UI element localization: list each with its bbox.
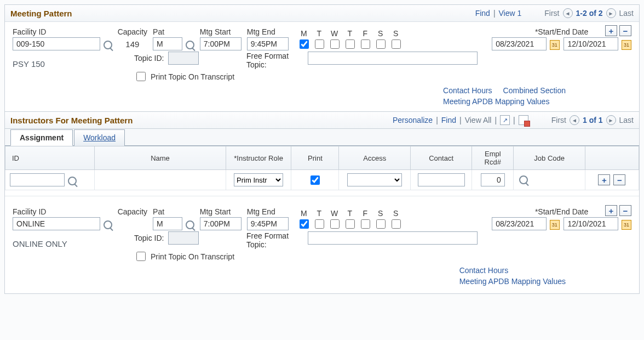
instructor-add-button[interactable]: + — [598, 174, 610, 185]
start-date-calendar-icon[interactable]: 31 — [550, 220, 560, 230]
day-checkbox[interactable] — [376, 219, 386, 229]
pat-lookup-icon[interactable] — [186, 41, 194, 49]
day-label: M — [298, 29, 310, 38]
instructor-contact-input[interactable] — [418, 173, 465, 186]
instructor-id-input[interactable] — [10, 173, 65, 186]
topic-id-label: Topic ID: — [134, 234, 164, 242]
day-checkbox[interactable] — [361, 39, 370, 49]
tab-assignment[interactable]: Assignment — [10, 129, 73, 146]
end-date-calendar-icon[interactable]: 31 — [622, 40, 631, 50]
capacity-value: 149 — [125, 37, 139, 50]
day-checkbox[interactable] — [300, 39, 309, 49]
end-date-input[interactable] — [564, 37, 618, 50]
pat-input[interactable] — [153, 217, 182, 230]
day-label: T — [313, 29, 325, 38]
meeting-apdb-link[interactable]: Meeting APDB Mapping Values — [459, 277, 566, 286]
pat-lookup-icon[interactable] — [186, 220, 194, 229]
mtg-start-label: Mtg Start — [200, 27, 242, 36]
instr-next-button[interactable]: ► — [606, 115, 616, 125]
prev-row-button[interactable]: ◄ — [563, 8, 573, 18]
add-row-button[interactable]: + — [605, 25, 617, 36]
day-checkbox[interactable] — [346, 219, 355, 229]
view-all-label: View All — [465, 116, 492, 124]
instructor-empl-input[interactable] — [481, 173, 505, 186]
print-topic-checkbox[interactable]: Print Topic On Transcript — [134, 250, 234, 263]
day-checkbox[interactable] — [376, 39, 386, 49]
day-checkbox[interactable] — [361, 219, 370, 229]
facility-id-input[interactable] — [13, 217, 100, 230]
day-label: S — [375, 209, 387, 218]
day-label: S — [390, 29, 402, 38]
facility-description: PSY 150 — [13, 59, 122, 69]
day-checkbox[interactable] — [330, 219, 340, 229]
topic-id-input[interactable] — [168, 52, 199, 65]
end-date-calendar-icon[interactable]: 31 — [622, 220, 631, 230]
instructor-role-select[interactable]: Prim Instr — [234, 173, 283, 186]
day-checkbox[interactable] — [315, 39, 324, 49]
delete-row-button[interactable]: − — [619, 205, 631, 216]
instr-prev-button[interactable]: ◄ — [570, 115, 579, 125]
combined-section-link[interactable]: Combined Section — [503, 86, 566, 95]
col-role: *Instructor Role — [226, 146, 291, 170]
view1-link[interactable]: View 1 — [499, 9, 522, 18]
facility-lookup-icon[interactable] — [104, 41, 112, 49]
day-checkboxes: MTWTFSS — [297, 209, 403, 230]
instructor-access-select[interactable] — [347, 173, 402, 186]
print-topic-checkbox[interactable]: Print Topic On Transcript — [134, 70, 234, 83]
popout-icon[interactable] — [500, 115, 510, 125]
free-format-topic-input[interactable] — [308, 52, 478, 65]
instructors-subpanel: Instructors For Meeting Pattern Personal… — [5, 111, 639, 196]
instructor-row: Prim Instr + − — [5, 170, 639, 190]
instructor-print-checkbox[interactable] — [311, 175, 320, 185]
facility-description: ONLINE ONLY — [13, 239, 122, 248]
instr-last-label: Last — [619, 116, 634, 124]
pat-input[interactable] — [153, 37, 182, 50]
free-format-topic-input[interactable] — [308, 231, 478, 245]
start-date-input[interactable] — [492, 217, 547, 230]
meeting-pattern-panel: Meeting Pattern Find | View 1 First ◄ 1-… — [4, 4, 640, 294]
mtg-start-input[interactable] — [200, 217, 242, 230]
day-label: T — [344, 29, 356, 38]
day-label: T — [344, 209, 356, 218]
instructors-find-link[interactable]: Find — [441, 116, 456, 124]
job-code-lookup-icon[interactable] — [519, 175, 528, 184]
contact-hours-link[interactable]: Contact Hours — [443, 86, 492, 95]
last-label: Last — [619, 9, 634, 18]
day-checkbox[interactable] — [300, 219, 309, 229]
day-checkboxes: MTWTFSS — [297, 29, 403, 50]
capacity-label: Capacity — [118, 27, 147, 36]
instructors-title: Instructors For Meeting Pattern — [10, 116, 133, 125]
instructor-id-lookup-icon[interactable] — [68, 177, 77, 185]
meeting-apdb-link[interactable]: Meeting APDB Mapping Values — [443, 97, 549, 106]
first-label: First — [544, 9, 559, 18]
mtg-end-input[interactable] — [247, 217, 289, 230]
facility-id-input[interactable] — [13, 37, 100, 50]
capacity-label: Capacity — [118, 207, 147, 216]
mtg-end-input[interactable] — [247, 37, 289, 50]
day-checkbox[interactable] — [392, 219, 401, 229]
day-checkbox[interactable] — [392, 39, 401, 49]
day-label: S — [375, 29, 387, 38]
start-date-calendar-icon[interactable]: 31 — [550, 40, 560, 50]
end-date-input[interactable] — [564, 217, 618, 230]
download-spreadsheet-icon[interactable] — [519, 115, 528, 125]
facility-lookup-icon[interactable] — [104, 220, 112, 229]
day-checkbox[interactable] — [330, 39, 340, 49]
instructor-delete-button[interactable]: − — [613, 174, 625, 185]
col-id: ID — [5, 146, 95, 170]
topic-id-input[interactable] — [168, 231, 199, 245]
tab-workload[interactable]: Workload — [74, 129, 125, 146]
day-checkbox[interactable] — [315, 219, 324, 229]
facility-id-label: Facility ID — [13, 207, 112, 216]
day-label: F — [359, 29, 371, 38]
contact-hours-link[interactable]: Contact Hours — [459, 266, 508, 275]
day-label: F — [359, 209, 371, 218]
mtg-start-input[interactable] — [200, 37, 242, 50]
find-link[interactable]: Find — [475, 9, 490, 18]
add-row-button[interactable]: + — [605, 205, 617, 216]
delete-row-button[interactable]: − — [619, 25, 631, 36]
personalize-link[interactable]: Personalize — [393, 116, 433, 124]
next-row-button[interactable]: ► — [606, 8, 616, 18]
day-checkbox[interactable] — [346, 39, 355, 49]
start-date-input[interactable] — [492, 37, 547, 50]
